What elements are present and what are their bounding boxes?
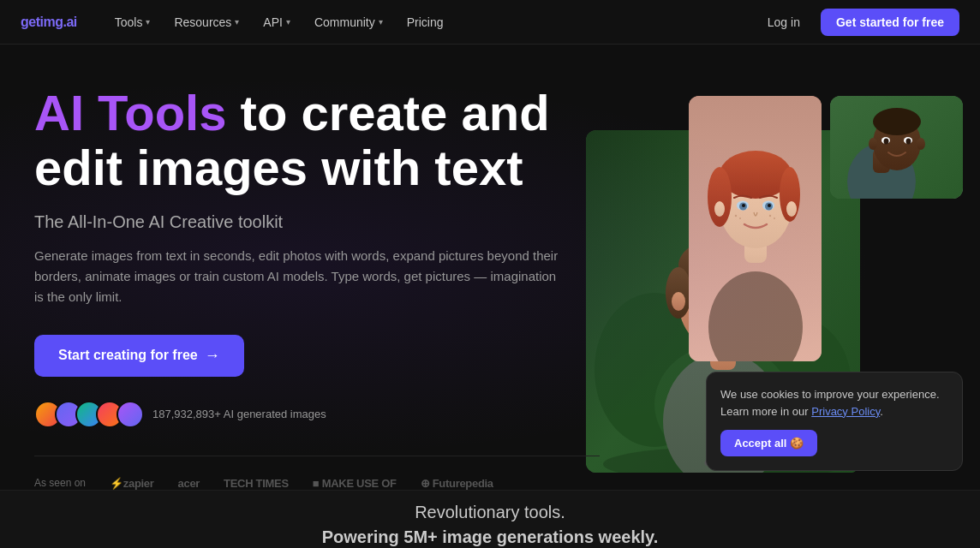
brand-zapier: ⚡zapier [110,477,153,490]
svg-point-27 [906,139,911,145]
logo[interactable]: getimg.ai [21,15,77,30]
svg-point-35 [708,167,732,227]
hero-subtitle: The All-In-One AI Creative toolkit [34,212,600,232]
avatar-group [34,401,144,428]
chevron-down-icon: ▾ [235,17,239,27]
hero-title-accent: AI Tools [34,85,226,140]
bottom-section: Revolutionary tools. Powering 5M+ image … [0,490,980,548]
svg-point-44 [786,201,797,217]
chevron-down-icon: ▾ [146,17,150,27]
brand-makeuseof: ■ MAKE USE OF [313,477,397,490]
hero-image-top-right [689,96,822,361]
hero-cta-label: Start creating for free [58,348,198,363]
nav-label-api: API [263,15,283,29]
hero-image-top-left [830,96,963,199]
hero-cta-button[interactable]: Start creating for free → [34,335,244,377]
svg-point-28 [869,138,877,150]
nav-item-pricing[interactable]: Pricing [397,10,454,34]
arrow-icon: → [205,347,220,365]
avatar [117,401,144,428]
logo-text: getimg.ai [21,15,77,29]
svg-point-48 [774,217,775,219]
accept-cookies-button[interactable]: Accept all 🍪 [720,430,817,456]
nav-item-resources[interactable]: Resources ▾ [164,10,249,34]
brand-techtimes: TECH TIMES [224,477,289,490]
as-seen-section: As seen on ⚡zapier acer TECH TIMES ■ MAK… [34,456,600,490]
nav-menu: Tools ▾ Resources ▾ API ▾ Community ▾ Pr… [105,10,757,34]
hero-left-content: AI Tools to create and edit images with … [34,86,600,490]
svg-point-43 [714,201,725,217]
svg-point-26 [884,139,889,145]
cookie-banner: We use cookies to improve your experienc… [706,372,963,471]
get-started-button[interactable]: Get started for free [821,9,959,36]
generated-count: 187,932,893+ AI generated images [152,408,326,420]
nav-item-tools[interactable]: Tools ▾ [105,10,161,34]
brand-acer: acer [178,477,200,490]
navbar-actions: Log in Get started for free [757,9,959,36]
chevron-down-icon: ▾ [286,17,290,27]
avatars-row: 187,932,893+ AI generated images [34,401,600,428]
svg-point-17 [672,292,685,311]
bottom-line1: Revolutionary tools. [415,503,565,522]
nav-label-tools: Tools [115,15,143,29]
login-button[interactable]: Log in [757,10,810,34]
svg-point-45 [735,215,737,217]
bottom-line2: Powering 5M+ image generations weekly. [322,527,659,547]
brand-futurepedia: ⊕ Futurepedia [421,477,493,490]
nav-item-api[interactable]: API ▾ [253,10,301,34]
svg-point-47 [769,215,771,217]
svg-point-29 [917,138,925,150]
as-seen-label: As seen on [34,477,86,489]
svg-point-42 [768,204,771,207]
privacy-policy-link[interactable]: Privacy Policy [811,405,880,418]
hero-description: Generate images from text in seconds, ed… [34,246,565,307]
svg-point-46 [739,217,741,219]
chevron-down-icon: ▾ [379,17,383,27]
navbar: getimg.ai Tools ▾ Resources ▾ API ▾ Comm… [0,0,980,45]
cookie-text: We use cookies to improve your experienc… [720,386,948,420]
nav-label-community: Community [314,15,375,29]
nav-label-resources: Resources [174,15,231,29]
nav-item-community[interactable]: Community ▾ [304,10,393,34]
nav-label-pricing: Pricing [407,15,444,29]
svg-point-41 [742,204,745,207]
hero-title: AI Tools to create and edit images with … [34,86,600,195]
svg-point-23 [873,108,921,135]
